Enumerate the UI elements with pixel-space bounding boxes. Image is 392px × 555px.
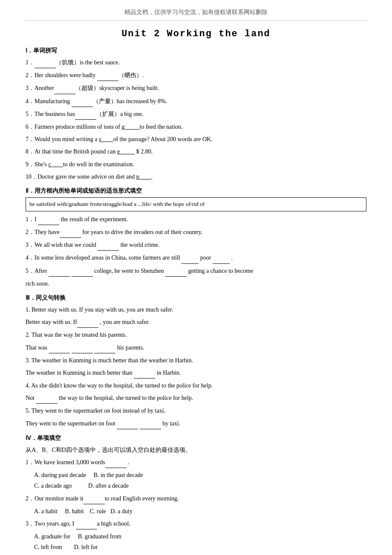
blank <box>72 266 93 277</box>
list-item: 6．Farmers produce millions of tons of g_… <box>26 121 366 132</box>
blank <box>84 493 105 504</box>
list-item: 1．We have learned 3,000 words . <box>26 457 366 468</box>
blank <box>134 367 155 379</box>
blank <box>35 57 56 68</box>
list-item: 5. They went to the supermarket on foot … <box>26 405 366 416</box>
list-item: Not the way to the hospital, she turned … <box>26 393 366 404</box>
list-item: 2．They have for years to drive the invad… <box>26 227 366 238</box>
list-item: 1．I the result of the experiment. <box>26 214 366 225</box>
list-item: Better stay with us. If , you are much s… <box>26 317 366 328</box>
list-item: 4．In some less developed areas in China,… <box>26 252 366 263</box>
list-item: 3．We all wish that we could the world cr… <box>26 240 366 251</box>
list-item: 2．Our monitor made it to read English ev… <box>26 493 366 504</box>
list-item: 4. As she didn't know the way to the hos… <box>26 380 366 391</box>
list-item: That was his parents. <box>26 342 366 353</box>
list-item: 5．The business has （扩展）a big one. <box>26 109 366 120</box>
blank: c____ <box>48 161 63 168</box>
blank: s____ <box>99 136 113 142</box>
blank <box>72 96 93 107</box>
blank: e_____ <box>117 148 135 155</box>
blank: g_____ <box>122 124 140 130</box>
blank <box>94 342 115 353</box>
list-item: rich soon. <box>26 278 366 289</box>
list-item: 3. The weather in Kunming is much better… <box>26 355 366 366</box>
list-item: 3．Two years ago, I a high school. <box>26 518 366 529</box>
answer-options: A. during past decade B. in the past dec… <box>34 470 366 491</box>
blank <box>182 252 199 263</box>
watermark: 精品文档，仅供学习与交流，如有侵权请联系网站删除 <box>26 9 366 21</box>
blank <box>54 83 75 94</box>
answer-options: A. a habit B. habit C. rule D. a duty <box>34 506 366 517</box>
section4-header: Ⅳ．单项填空 <box>26 434 366 442</box>
blank <box>36 393 58 404</box>
list-item: 8．At that time the British pound can e__… <box>26 146 366 157</box>
list-item: 5．After college, he went to Shenzhen get… <box>26 266 366 277</box>
blank <box>72 342 93 353</box>
blank <box>76 518 97 529</box>
list-item: 2. That was the way he treated his paren… <box>26 330 366 340</box>
blank <box>140 418 161 429</box>
blank <box>77 317 98 328</box>
blank: n____ <box>136 173 151 180</box>
section2-header: Ⅱ．用方框内所给单词或短语的适当形式填空 <box>26 187 366 195</box>
blank <box>165 266 187 277</box>
list-item: 2．Her shoulders were badly （晒伤）. <box>26 70 366 81</box>
blank <box>213 252 230 263</box>
list-item: 9．She's c____to do well in the examinati… <box>26 159 366 170</box>
page-title: Unit 2 Working the land <box>26 29 366 39</box>
blank <box>117 418 138 429</box>
list-item: 1． （饥饿）is the best sauce. <box>26 57 366 68</box>
blank <box>98 240 119 251</box>
section4-intro: 从A、B、C和D四个选项中，选出可以填入空白处的最佳选项。 <box>26 445 366 455</box>
list-item: They went to the supermarket on foot by … <box>26 418 366 429</box>
blank <box>49 342 70 353</box>
list-item: 3．Another （超级）skyscraper is being built. <box>26 83 366 94</box>
list-item: 4．Manufacturing （产量）has increased by 8%. <box>26 96 366 107</box>
section1-header: Ⅰ．单词拼写 <box>26 47 366 55</box>
blank <box>75 109 96 120</box>
list-item: 7．Would you mind writing a s____of the p… <box>26 134 366 145</box>
list-item: 1. Better stay with us. If you stay with… <box>26 304 366 315</box>
answer-options: A. graduate for B. graduated from C. lef… <box>34 531 366 552</box>
vocabulary-box: be satisfied with/graduate from/struggle… <box>26 197 366 211</box>
blank <box>49 266 70 277</box>
list-item: 10．Doctor gave me some advice on diet an… <box>26 171 366 182</box>
blank <box>97 70 118 81</box>
section3-header: Ⅲ．同义句转换 <box>26 294 366 302</box>
blank <box>60 227 81 238</box>
blank <box>105 457 127 468</box>
list-item: The weather in Kunming is much better th… <box>26 367 366 379</box>
blank <box>38 214 59 225</box>
